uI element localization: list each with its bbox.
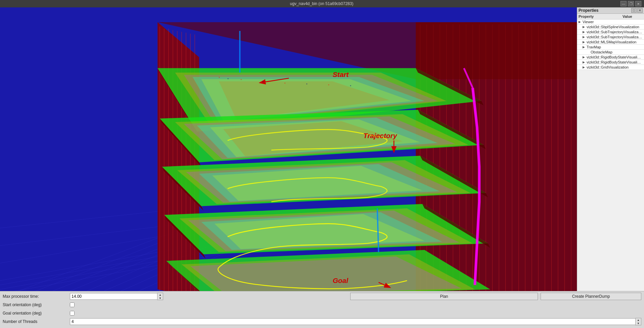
panel-header: Properties □ ✕ [577, 7, 644, 14]
viewport-3d[interactable]: Start Trajectory Goal [0, 7, 577, 291]
svg-text:Trajectory: Trajectory [363, 132, 398, 139]
panel-controls[interactable]: □ ✕ [631, 8, 643, 13]
properties-table: Property Value ▶Viewer▶vizkit3d::SbplSpl… [577, 14, 644, 291]
bottom-controls: Max processor time: ▲ ▼ Plan Create Plan… [0, 291, 644, 328]
expand-arrow-icon: ▶ [583, 45, 586, 49]
goal-orientation-row: Goal orientation (deg) [3, 310, 641, 317]
start-orientation-label: Start orientation (deg) [3, 302, 70, 307]
property-item-travmap[interactable]: ▶TravMap [577, 45, 644, 50]
panel-close-button[interactable]: ✕ [637, 8, 643, 13]
max-processor-row: Max processor time: ▲ ▼ Plan Create Plan… [3, 293, 641, 300]
max-processor-spinner: ▲ ▼ [157, 293, 163, 300]
max-processor-up-button[interactable]: ▲ [157, 293, 163, 296]
goal-orientation-checkbox[interactable] [70, 311, 75, 316]
property-item-sbpl[interactable]: ▶vizkit3d::SbplSplineVisualization [577, 25, 644, 30]
expand-arrow-icon: ▶ [579, 20, 582, 24]
expand-arrow-icon: ▶ [583, 35, 586, 39]
svg-rect-103 [241, 79, 242, 80]
property-item-label: vizkit3d::SbplSplineVisualization [587, 25, 643, 29]
num-threads-row: Number of Threads ▲ ▼ [3, 318, 641, 325]
svg-rect-102 [228, 78, 229, 79]
svg-text:Goal: Goal [333, 277, 349, 284]
property-item-label: ObstacleMap [591, 50, 643, 54]
start-orientation-checkbox[interactable] [70, 302, 75, 307]
column-property-header: Property [579, 14, 623, 18]
property-item-rigidbody1[interactable]: ▶vizkit3d::RigidBodyStateVisualization [577, 55, 644, 60]
property-item-label: vizkit3d::MLSMapVisualization [587, 40, 643, 44]
svg-rect-101 [219, 77, 220, 78]
property-item-mls[interactable]: ▶vizkit3d::MLSMapVisualization [577, 40, 644, 45]
num-threads-input[interactable] [70, 318, 635, 325]
property-item-rigidbody2[interactable]: ▶vizkit3d::RigidBodyStateVisualization [577, 60, 644, 65]
column-value-header: Value [623, 14, 643, 18]
max-processor-label: Max processor time: [3, 294, 70, 299]
goal-orientation-label: Goal orientation (deg) [3, 311, 70, 316]
window-controls[interactable]: — ❐ ✕ [620, 1, 641, 6]
max-processor-input-group: ▲ ▼ [70, 293, 163, 300]
property-item-obstaclemap[interactable]: ObstacleMap [577, 50, 644, 55]
num-threads-input-group: ▲ ▼ [70, 318, 641, 325]
num-threads-label: Number of Threads [3, 319, 70, 324]
panel-collapse-button[interactable]: □ [631, 8, 637, 13]
property-item-label: vizkit3d::RigidBodyStateVisualization [587, 60, 643, 64]
property-item-grid[interactable]: ▶vizkit3d::GridVisualization [577, 65, 644, 70]
num-threads-down-button[interactable]: ▼ [636, 322, 641, 325]
svg-rect-108 [350, 85, 351, 86]
property-item-viewer[interactable]: ▶Viewer [577, 19, 644, 25]
svg-rect-107 [328, 84, 329, 85]
close-button[interactable]: ✕ [635, 1, 641, 6]
properties-panel: Properties □ ✕ Property Value ▶Viewer▶vi… [577, 7, 644, 291]
property-item-label: vizkit3d::SubTrajectoryVisualization [587, 35, 643, 39]
num-threads-spinner: ▲ ▼ [635, 318, 641, 325]
svg-text:Start: Start [333, 71, 349, 78]
num-threads-up-button[interactable]: ▲ [636, 318, 641, 322]
property-item-label: vizkit3d::RigidBodyStateVisualization [587, 55, 643, 59]
max-processor-down-button[interactable]: ▼ [157, 296, 163, 300]
svg-rect-105 [284, 83, 285, 84]
expand-arrow-icon: ▶ [583, 66, 586, 69]
svg-rect-106 [306, 83, 307, 84]
expand-arrow-icon: ▶ [583, 30, 586, 34]
expand-arrow-icon: ▶ [583, 55, 586, 59]
property-items-container: ▶Viewer▶vizkit3d::SbplSplineVisualizatio… [577, 19, 644, 70]
expand-arrow-icon: ▶ [583, 60, 586, 64]
panel-title: Properties [579, 8, 598, 13]
main-content: Start Trajectory Goal [0, 7, 644, 291]
svg-rect-104 [263, 81, 264, 82]
property-item-subtraj1[interactable]: ▶vizkit3d::SubTrajectoryVisualization [577, 30, 644, 35]
max-processor-input[interactable] [70, 293, 157, 300]
properties-header: Property Value [577, 14, 644, 19]
property-item-label: Viewer [583, 20, 643, 24]
start-orientation-row: Start orientation (deg) [3, 301, 641, 309]
window-title: ugv_nav4d_bin (on 51a69cb07283) [23, 1, 620, 6]
title-bar: ugv_nav4d_bin (on 51a69cb07283) — ❐ ✕ [0, 0, 644, 7]
restore-button[interactable]: ❐ [628, 1, 634, 6]
expand-arrow-icon: ▶ [583, 25, 586, 29]
minimize-button[interactable]: — [620, 1, 627, 6]
expand-arrow-icon: ▶ [583, 40, 586, 44]
property-item-label: TravMap [587, 45, 643, 49]
property-item-label: vizkit3d::GridVisualization [587, 65, 643, 69]
create-planner-dump-button[interactable]: Create PlannerDump [541, 293, 641, 300]
property-item-label: vizkit3d::SubTrajectoryVisualization [587, 30, 643, 34]
property-item-subtraj2[interactable]: ▶vizkit3d::SubTrajectoryVisualization [577, 35, 644, 40]
plan-button[interactable]: Plan [350, 293, 538, 300]
